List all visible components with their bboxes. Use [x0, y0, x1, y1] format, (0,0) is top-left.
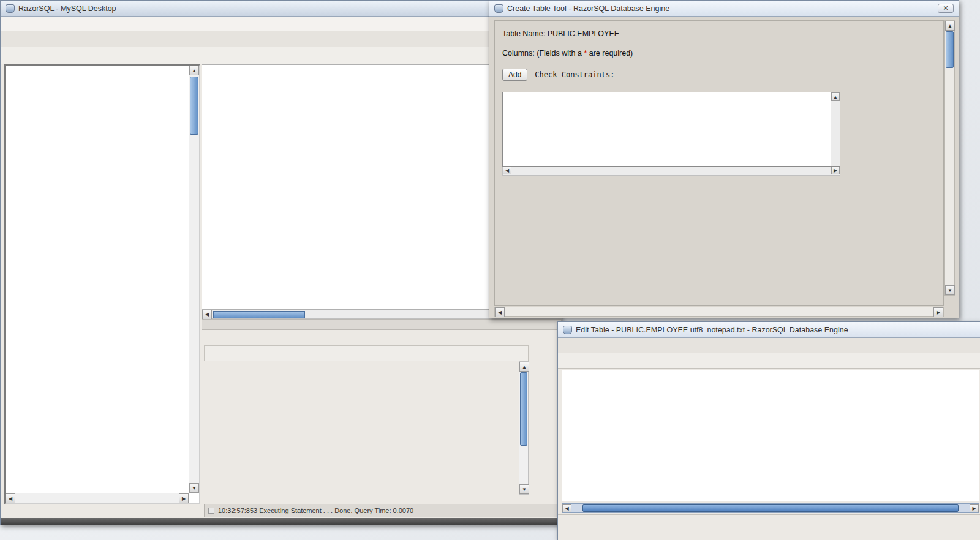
dialog-vertical-scrollbar[interactable]: ▲ ▼	[944, 20, 955, 296]
dialog-title: Create Table Tool - RazorSQL Database En…	[507, 4, 934, 13]
scroll-left-arrow[interactable]: ◀	[562, 504, 571, 512]
close-button[interactable]: ✕	[938, 4, 954, 13]
sql-vertical-scrollbar[interactable]: ▲	[831, 92, 840, 166]
main-window: RazorSQL - MySQL Desktop ▲ ▼ ◀ ▶ ◀	[0, 0, 561, 525]
generated-sql-box[interactable]: ▲	[502, 92, 840, 167]
scroll-up-arrow[interactable]: ▲	[189, 66, 199, 75]
add-column-button[interactable]: Add	[502, 69, 527, 81]
scrollbar-thumb[interactable]	[213, 311, 305, 318]
results-panel: ▲ ▼	[204, 331, 529, 503]
scroll-up-arrow[interactable]: ▲	[945, 21, 955, 31]
scroll-up-arrow[interactable]: ▲	[831, 92, 840, 101]
connection-tabs	[1, 31, 560, 47]
scroll-right-arrow[interactable]: ▶	[933, 307, 943, 317]
scrollbar-thumb[interactable]	[520, 372, 527, 446]
edit-grid-wrap	[562, 370, 979, 501]
table-name-value: PUBLIC.EMPLOYEE	[548, 29, 619, 38]
database-tree-panel: ▲ ▼ ◀ ▶	[4, 64, 200, 504]
result-tabs	[204, 331, 529, 345]
scroll-down-arrow[interactable]: ▼	[945, 285, 955, 295]
status-icon	[208, 508, 214, 514]
dialog-horizontal-scrollbar[interactable]: ◀ ▶	[494, 307, 944, 317]
create-table-dialog: Create Table Tool - RazorSQL Database En…	[489, 0, 959, 318]
sql-horizontal-scrollbar[interactable]: ◀ ▶	[502, 167, 840, 176]
dialog-titlebar[interactable]: Create Table Tool - RazorSQL Database En…	[489, 1, 959, 17]
scroll-up-arrow[interactable]: ▲	[519, 362, 529, 372]
table-name-label: Table Name:	[502, 29, 545, 38]
edit-window-titlebar[interactable]: Edit Table - PUBLIC.EMPLOYEE utf8_notepa…	[558, 322, 980, 338]
tree-horizontal-scrollbar[interactable]: ◀ ▶	[6, 493, 189, 503]
database-tree	[6, 66, 189, 493]
scrollbar-thumb[interactable]	[946, 31, 954, 68]
scroll-right-arrow[interactable]: ▶	[179, 493, 189, 503]
main-status-bar: 10:32:57:853 Executing Statement . . . D…	[204, 504, 562, 517]
results-vertical-scrollbar[interactable]: ▲ ▼	[519, 361, 529, 495]
edit-table-window: Edit Table - PUBLIC.EMPLOYEE utf8_notepa…	[557, 321, 980, 540]
scroll-down-arrow[interactable]: ▼	[519, 484, 529, 494]
check-constraints-label: Check Constraints:	[535, 70, 614, 79]
scroll-left-arrow[interactable]: ◀	[495, 307, 505, 317]
main-toolbar	[1, 47, 560, 64]
scroll-right-arrow[interactable]: ▶	[831, 167, 840, 174]
status-message: 10:32:57:853 Executing Statement . . . D…	[218, 507, 413, 514]
razorsql-app-icon	[6, 4, 15, 13]
database-icon	[494, 4, 503, 13]
window-bottom-edge	[1, 518, 562, 525]
menu-bar	[1, 17, 560, 31]
main-titlebar[interactable]: RazorSQL - MySQL Desktop	[1, 1, 560, 17]
scroll-left-arrow[interactable]: ◀	[202, 310, 212, 320]
scroll-left-arrow[interactable]: ◀	[6, 493, 15, 503]
edit-table-tabs	[558, 338, 980, 353]
table-name-row: Table Name: PUBLIC.EMPLOYEE	[502, 29, 937, 38]
edit-table-toolbar	[558, 353, 980, 369]
results-toolbar	[204, 345, 529, 361]
edit-window-title: Edit Table - PUBLIC.EMPLOYEE utf8_notepa…	[576, 326, 976, 334]
tree-vertical-scrollbar[interactable]: ▲ ▼	[189, 66, 199, 493]
horizontal-scrollbar[interactable]: ◀ ▶	[562, 503, 979, 513]
scrollbar-thumb[interactable]	[190, 77, 198, 135]
edit-window-bottom	[558, 514, 980, 540]
dialog-body: Table Name: PUBLIC.EMPLOYEE Columns: (Fi…	[494, 20, 944, 306]
editor-status-bar	[202, 319, 562, 330]
scroll-left-arrow[interactable]: ◀	[503, 167, 511, 174]
window-title: RazorSQL - MySQL Desktop	[18, 4, 556, 13]
database-icon	[563, 326, 572, 334]
scrollbar-thumb[interactable]	[582, 504, 959, 512]
scroll-right-arrow[interactable]: ▶	[970, 504, 979, 512]
scroll-down-arrow[interactable]: ▼	[189, 483, 199, 493]
columns-note: Columns: (Fields with a * are required)	[502, 49, 937, 58]
desktop: RazorSQL - MySQL Desktop ▲ ▼ ◀ ▶ ◀	[0, 0, 980, 540]
